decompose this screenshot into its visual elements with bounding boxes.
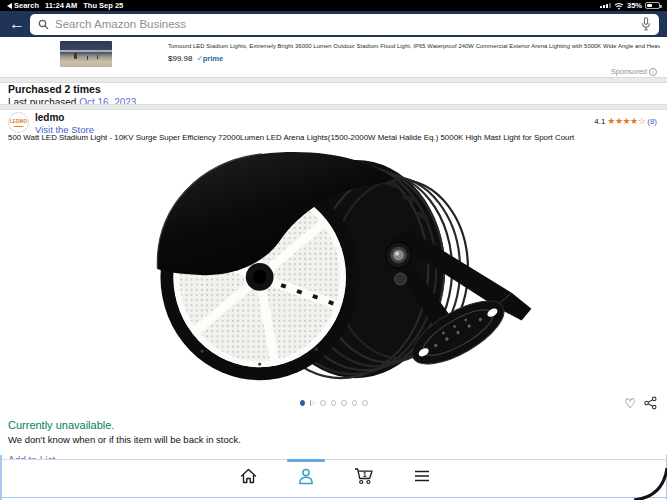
carousel-dot-selected[interactable] xyxy=(300,400,306,406)
battery-icon xyxy=(645,2,660,9)
home-icon xyxy=(240,468,257,484)
app-screen: Search 11:24 AM Thu Sep 25 35% ← xyxy=(0,0,667,500)
tab-profile-selected[interactable] xyxy=(293,460,319,492)
carousel-dot[interactable] xyxy=(362,400,368,406)
product-image[interactable] xyxy=(142,148,540,396)
back-app-label: Search xyxy=(14,1,39,10)
availability-status: Currently unavailable. xyxy=(8,419,241,431)
ad-title[interactable]: Tomourd LED Stadium Lights, Extremely Br… xyxy=(168,43,660,49)
hamburger-menu-icon xyxy=(414,469,430,483)
share-icon[interactable] xyxy=(644,396,657,410)
tab-menu[interactable] xyxy=(409,460,435,492)
image-carousel-dots xyxy=(0,400,667,406)
ad-price: $99.98 xyxy=(168,54,192,63)
search-icon xyxy=(38,19,49,30)
brand-row: LEDMO ledmo Visit the Store xyxy=(8,112,94,135)
tab-cart[interactable]: 1 xyxy=(351,460,377,492)
review-count-link[interactable]: (8) xyxy=(647,117,657,126)
star-rating-icons: ★★★★☆ xyxy=(607,117,645,126)
bottom-tab-bar: 1 xyxy=(0,459,667,491)
carousel-dot[interactable] xyxy=(352,400,358,406)
section-divider xyxy=(0,104,667,110)
selected-tab-indicator xyxy=(287,459,325,462)
tab-home[interactable] xyxy=(235,460,261,492)
profile-icon xyxy=(298,468,314,485)
brand-swoosh-icon xyxy=(13,124,24,127)
sponsored-ad[interactable]: Tomourd LED Stadium Lights, Extremely Br… xyxy=(0,37,667,77)
prime-badge: ✓prime xyxy=(196,54,223,63)
ad-thumbnail-image[interactable] xyxy=(60,41,112,67)
battery-percent: 35% xyxy=(627,1,642,10)
cart-badge-count: 1 xyxy=(363,471,367,478)
rating-summary[interactable]: 4.1 ★★★★☆ (8) xyxy=(594,117,657,126)
carousel-dot[interactable] xyxy=(320,400,326,406)
bezel-corner-arc xyxy=(627,460,667,500)
status-bar: Search 11:24 AM Thu Sep 25 35% xyxy=(0,0,667,11)
search-placeholder: Search Amazon Business xyxy=(55,18,635,30)
top-nav-bar: ← Search Amazon Business xyxy=(0,11,667,37)
sponsored-label-row[interactable]: Sponsored i xyxy=(611,67,657,76)
cart-icon: 1 xyxy=(354,467,374,485)
back-to-app[interactable]: Search xyxy=(7,1,39,10)
wifi-icon xyxy=(614,2,624,10)
brand-name[interactable]: ledmo xyxy=(35,112,94,123)
purchased-count-label: Purchased 2 times xyxy=(8,83,136,95)
cellular-signal-icon xyxy=(600,3,611,9)
clock: 11:24 AM xyxy=(45,1,77,10)
brand-logo[interactable]: LEDMO xyxy=(8,112,29,133)
carousel-dot[interactable] xyxy=(331,400,337,406)
info-icon[interactable]: i xyxy=(649,68,657,76)
carousel-video-icon[interactable] xyxy=(310,400,315,406)
date: Thu Sep 25 xyxy=(83,1,123,10)
availability-note: We don't know when or if this item will … xyxy=(8,434,241,445)
search-bar[interactable]: Search Amazon Business xyxy=(30,14,659,35)
wishlist-heart-icon[interactable]: ♡ xyxy=(624,397,636,410)
screen-edge-border xyxy=(0,497,667,499)
back-button[interactable]: ← xyxy=(9,14,25,34)
back-triangle-icon xyxy=(7,3,12,9)
screen-edge-border xyxy=(0,455,2,500)
product-title: 500 Watt LED Stadium Light - 10KV Surge … xyxy=(8,133,663,142)
microphone-icon[interactable] xyxy=(641,17,651,31)
rating-value: 4.1 xyxy=(594,117,605,126)
carousel-dot[interactable] xyxy=(341,400,347,406)
sponsored-label: Sponsored xyxy=(611,67,647,76)
